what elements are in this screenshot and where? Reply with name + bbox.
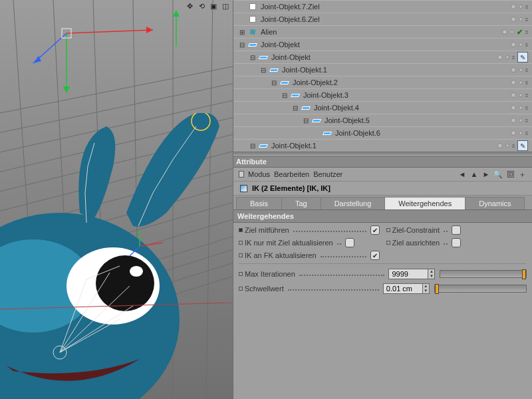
nav-fwd-icon[interactable]: ► [481, 170, 491, 179]
render-dot-icon[interactable] [519, 68, 523, 72]
pan-icon[interactable]: ✥ [185, 1, 194, 11]
collapse-icon[interactable]: ⊟ [249, 54, 257, 61]
collapse-icon[interactable]: ⊟ [302, 117, 310, 124]
object-manager[interactable]: Joint-Objekt.7.ZielJoint-Objekt.6.Ziel⊞A… [233, 0, 532, 152]
render-dot-icon[interactable] [505, 144, 509, 148]
frame-icon[interactable]: ▣ [209, 1, 218, 11]
visibility-dot-icon[interactable] [511, 17, 516, 22]
visibility-dot-icon[interactable] [511, 105, 516, 110]
visibility-dot-icon[interactable] [511, 92, 516, 98]
tab-tag[interactable]: Tag [281, 197, 321, 210]
anim-dot-icon[interactable] [386, 241, 390, 245]
3d-viewport[interactable]: ✥ ⟲ ▣ ◫ [0, 0, 233, 399]
anim-dot-icon[interactable] [239, 228, 243, 232]
checkbox-ik-an-fk[interactable] [370, 251, 380, 260]
object-row[interactable]: Joint-Objekt.7.Ziel [233, 0, 532, 13]
checkbox-ziel-mitfuehren[interactable] [370, 225, 380, 235]
object-row[interactable]: ⊟Joint-Objekt [233, 51, 532, 63]
collapse-icon[interactable]: ⊟ [238, 41, 246, 49]
render-dot-icon[interactable] [519, 5, 523, 9]
visibility-dot-icon[interactable] [497, 143, 503, 148]
maximize-icon[interactable]: ◫ [221, 1, 230, 11]
visibility-dot-icon[interactable] [502, 29, 507, 35]
object-row[interactable]: ⊟Joint-Objekt [233, 38, 532, 51]
render-dot-icon[interactable] [519, 43, 523, 47]
render-dot-icon[interactable] [505, 55, 509, 59]
checkbox-ik-nur-mit-ziel[interactable] [345, 238, 354, 247]
layer-dots-icon[interactable] [525, 106, 528, 110]
visibility-dot-icon[interactable] [497, 55, 503, 60]
orbit-icon[interactable]: ⟲ [197, 1, 206, 11]
checkbox-ziel-constraint[interactable] [452, 225, 461, 235]
object-row[interactable]: Joint-Objekt.6.Ziel [233, 13, 532, 25]
bookmark-icon[interactable]: 🞖 [505, 170, 515, 179]
object-row[interactable]: ⊟Joint-Objekt.3 [233, 88, 532, 101]
anim-dot-icon[interactable] [239, 253, 243, 257]
tab-basis[interactable]: Basis [236, 197, 282, 210]
nav-up-icon[interactable]: ▲ [469, 170, 479, 179]
collapse-icon[interactable]: ⊟ [270, 79, 278, 86]
object-row[interactable]: ⊟Joint-Objekt.2 [233, 76, 532, 88]
input-max-iterationen[interactable]: ▲▼ [388, 269, 435, 279]
menu-benutzer[interactable]: Benutzer [313, 170, 342, 178]
object-row[interactable]: ⊞Alien✔ [233, 25, 532, 38]
layer-dots-icon[interactable] [525, 132, 528, 135]
nav-back-icon[interactable]: ◄ [458, 170, 467, 179]
input-schwellwert[interactable]: ▲▼ [383, 283, 430, 294]
anim-dot-icon[interactable] [239, 241, 243, 245]
visibility-dot-icon[interactable] [511, 4, 516, 9]
render-dot-icon[interactable] [519, 106, 523, 110]
object-row[interactable]: ⊟Joint-Objekt.5 [233, 114, 532, 126]
ik-tag-icon[interactable] [517, 140, 528, 151]
tab-darstellung[interactable]: Darstellung [321, 197, 386, 210]
search-icon[interactable]: 🔍 [493, 170, 503, 179]
anim-dot-icon[interactable] [239, 287, 243, 291]
menu-modus[interactable]: Modus [248, 170, 270, 178]
render-dot-icon[interactable] [519, 118, 523, 122]
spinner-icon[interactable]: ▲▼ [428, 269, 435, 279]
render-dot-icon[interactable] [519, 17, 523, 21]
layer-dots-icon[interactable] [525, 94, 528, 97]
layer-dots-icon[interactable] [512, 56, 515, 59]
layer-dots-icon[interactable] [525, 5, 528, 9]
ik-tag-icon[interactable] [517, 52, 528, 63]
object-row[interactable]: ⊟Joint-Objekt.1 [233, 139, 532, 152]
layer-dots-icon[interactable] [525, 18, 528, 21]
spinner-icon[interactable]: ▲▼ [423, 283, 430, 294]
grip-icon[interactable] [239, 171, 244, 178]
field-ziel-constraint: Ziel-Constraint [386, 225, 527, 235]
layer-dots-icon[interactable] [525, 81, 528, 84]
expand-icon[interactable]: ⊞ [238, 29, 246, 36]
visibility-dot-icon[interactable] [511, 118, 516, 123]
menu-bearbeiten[interactable]: Bearbeiten [274, 170, 309, 178]
layer-dots-icon[interactable] [512, 144, 515, 148]
render-dot-icon[interactable] [519, 80, 523, 84]
layer-dots-icon[interactable] [525, 31, 528, 34]
layer-dots-icon[interactable] [525, 43, 528, 47]
slider-max-iterationen[interactable] [440, 270, 527, 278]
render-dot-icon[interactable] [519, 131, 523, 135]
collapse-icon[interactable]: ⊟ [249, 142, 257, 150]
render-dot-icon[interactable] [519, 93, 523, 97]
collapse-icon[interactable]: ⊟ [291, 104, 299, 112]
object-row[interactable]: ⊟Joint-Objekt.1 [233, 63, 532, 76]
object-row[interactable]: Joint-Objekt.6 [233, 126, 532, 139]
tab-weitergehendes[interactable]: Weitergehendes [384, 197, 466, 210]
layer-dots-icon[interactable] [525, 68, 528, 72]
visibility-dot-icon[interactable] [511, 130, 516, 136]
object-row[interactable]: ⊟Joint-Objekt.4 [233, 101, 532, 114]
tab-dynamics[interactable]: Dynamics [465, 197, 525, 210]
layer-dots-icon[interactable] [525, 119, 528, 122]
checkbox-ziel-ausrichten[interactable] [452, 238, 461, 247]
check-icon[interactable]: ✔ [517, 28, 523, 37]
visibility-dot-icon[interactable] [511, 67, 516, 72]
new-attr-icon[interactable]: ＋ [517, 170, 527, 179]
collapse-icon[interactable]: ⊟ [259, 66, 267, 74]
anim-dot-icon[interactable] [386, 228, 390, 232]
visibility-dot-icon[interactable] [511, 80, 516, 85]
slider-schwellwert[interactable] [434, 285, 527, 293]
render-dot-icon[interactable] [510, 30, 514, 34]
anim-dot-icon[interactable] [239, 272, 243, 276]
visibility-dot-icon[interactable] [511, 42, 516, 47]
collapse-icon[interactable]: ⊟ [281, 92, 289, 99]
